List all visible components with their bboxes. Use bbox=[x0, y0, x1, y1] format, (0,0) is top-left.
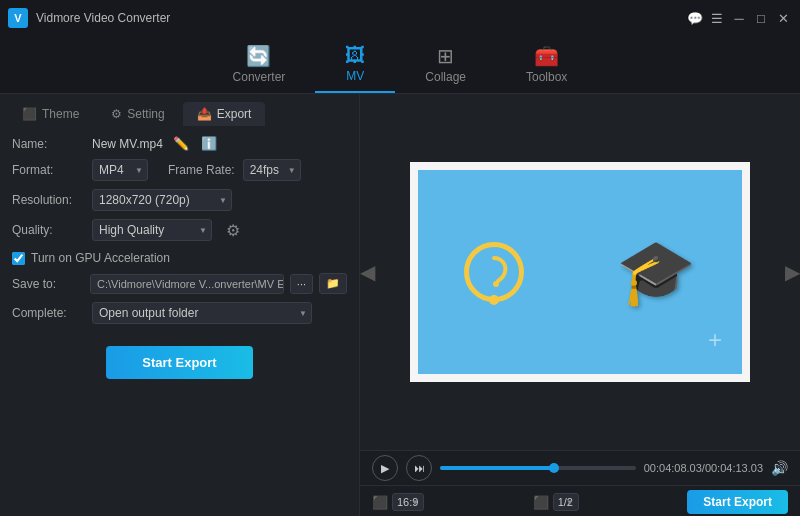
format-label: Format: bbox=[12, 163, 84, 177]
complete-select[interactable]: Open output folder Do nothing Shut down bbox=[92, 302, 312, 324]
tab-mv[interactable]: 🖼 MV bbox=[315, 36, 395, 93]
bottom-sub-controls: ⬛ 16:9 4:3 1:1 ⬛ 1/2 2/2 bbox=[360, 485, 800, 516]
preview-area: ◀ 🎓 + bbox=[360, 94, 800, 450]
frame-rate-select-container: 24fps 30fps 60fps bbox=[243, 159, 301, 181]
save-to-label: Save to: bbox=[12, 277, 84, 291]
right-panel: ◀ 🎓 + bbox=[360, 94, 800, 516]
name-edit-button[interactable]: ✏️ bbox=[171, 136, 191, 151]
resolution-select-container: 1280x720 (720p) 1920x1080 (1080p) 640x48… bbox=[92, 189, 232, 211]
title-bar: V Vidmore Video Converter 💬 ☰ ─ □ ✕ bbox=[0, 0, 800, 36]
sub-tab-theme[interactable]: ⬛ Theme bbox=[8, 102, 93, 126]
plus-sign: + bbox=[708, 326, 722, 354]
format-select[interactable]: MP4 MOV AVI MKV bbox=[92, 159, 148, 181]
frame-rate-select[interactable]: 24fps 30fps 60fps bbox=[243, 159, 301, 181]
quality-select-container: High Quality Standard Quality Low Qualit… bbox=[92, 219, 212, 241]
left-panel: ⬛ Theme ⚙ Setting 📤 Export Name: New MV.… bbox=[0, 94, 360, 516]
close-button[interactable]: ✕ bbox=[774, 9, 792, 27]
maximize-button[interactable]: □ bbox=[752, 9, 770, 27]
tab-converter[interactable]: 🔄 Converter bbox=[203, 36, 316, 93]
format-select-container: MP4 MOV AVI MKV bbox=[92, 159, 148, 181]
export-icon: 📤 bbox=[197, 107, 212, 121]
play-button[interactable]: ▶ bbox=[372, 455, 398, 481]
step-button[interactable]: ⏭ bbox=[406, 455, 432, 481]
resolution-row: Resolution: 1280x720 (720p) 1920x1080 (1… bbox=[12, 189, 347, 211]
name-label: Name: bbox=[12, 137, 84, 151]
next-arrow[interactable]: ▶ bbox=[785, 260, 800, 284]
aspect-ratio-container: 16:9 4:3 1:1 bbox=[392, 493, 424, 511]
nav-tabs: 🔄 Converter 🖼 MV ⊞ Collage 🧰 Toolbox bbox=[0, 36, 800, 94]
name-info-button[interactable]: ℹ️ bbox=[199, 136, 219, 151]
svg-point-0 bbox=[493, 281, 499, 287]
slide-icon: ⬛ bbox=[533, 495, 549, 510]
resolution-select[interactable]: 1280x720 (720p) 1920x1080 (1080p) 640x48… bbox=[92, 189, 232, 211]
quality-select[interactable]: High Quality Standard Quality Low Qualit… bbox=[92, 219, 212, 241]
time-display: 00:04:08.03/00:04:13.03 bbox=[644, 462, 763, 474]
slide-counter-wrap: ⬛ 1/2 2/2 bbox=[533, 493, 579, 511]
complete-select-container: Open output folder Do nothing Shut down bbox=[92, 302, 312, 324]
sub-tab-theme-label: Theme bbox=[42, 107, 79, 121]
tab-toolbox-label: Toolbox bbox=[526, 70, 567, 84]
grad-cap-icon: 🎓 bbox=[616, 235, 696, 310]
mv-icon: 🖼 bbox=[345, 44, 365, 67]
setting-icon: ⚙ bbox=[111, 107, 122, 121]
progress-thumb bbox=[549, 463, 559, 473]
gpu-checkbox[interactable] bbox=[12, 252, 25, 265]
start-export-right-button[interactable]: Start Export bbox=[687, 490, 788, 514]
logo-svg bbox=[476, 254, 512, 290]
format-row: Format: MP4 MOV AVI MKV Frame Rate: 24fp… bbox=[12, 159, 347, 181]
slide-select-container: 1/2 2/2 bbox=[553, 493, 579, 511]
chat-button[interactable]: 💬 bbox=[686, 9, 704, 27]
app-icon: V bbox=[8, 8, 28, 28]
converter-icon: 🔄 bbox=[246, 44, 271, 68]
theme-icon: ⬛ bbox=[22, 107, 37, 121]
sub-tabs: ⬛ Theme ⚙ Setting 📤 Export bbox=[0, 94, 359, 126]
save-to-folder-button[interactable]: 📁 bbox=[319, 273, 347, 294]
tab-converter-label: Converter bbox=[233, 70, 286, 84]
sub-tab-setting-label: Setting bbox=[127, 107, 164, 121]
save-to-browse-button[interactable]: ··· bbox=[290, 274, 313, 294]
progress-fill bbox=[440, 466, 554, 470]
main-content: ⬛ Theme ⚙ Setting 📤 Export Name: New MV.… bbox=[0, 94, 800, 516]
save-to-row: Save to: C:\Vidmore\Vidmore V...onverter… bbox=[12, 273, 347, 294]
complete-label: Complete: bbox=[12, 306, 84, 320]
name-value: New MV.mp4 bbox=[92, 137, 163, 151]
quality-row: Quality: High Quality Standard Quality L… bbox=[12, 219, 347, 241]
gpu-label: Turn on GPU Acceleration bbox=[31, 251, 170, 265]
tab-collage-label: Collage bbox=[425, 70, 466, 84]
title-controls: 💬 ☰ ─ □ ✕ bbox=[686, 9, 792, 27]
save-to-path: C:\Vidmore\Vidmore V...onverter\MV Expor… bbox=[90, 274, 284, 294]
tab-toolbox[interactable]: 🧰 Toolbox bbox=[496, 36, 597, 93]
sub-tab-export[interactable]: 📤 Export bbox=[183, 102, 266, 126]
sub-tab-export-label: Export bbox=[217, 107, 252, 121]
aspect-ratio-icon: ⬛ bbox=[372, 495, 388, 510]
tab-collage[interactable]: ⊞ Collage bbox=[395, 36, 496, 93]
progress-bar[interactable] bbox=[440, 466, 636, 470]
resolution-label: Resolution: bbox=[12, 193, 84, 207]
complete-row: Complete: Open output folder Do nothing … bbox=[12, 302, 347, 324]
collage-icon: ⊞ bbox=[437, 44, 454, 68]
preview-content: 🎓 + bbox=[418, 170, 742, 374]
playback-controls: ▶ ⏭ 00:04:08.03/00:04:13.03 🔊 bbox=[360, 450, 800, 485]
tab-mv-label: MV bbox=[346, 69, 364, 83]
volume-button[interactable]: 🔊 bbox=[771, 460, 788, 476]
settings-form: Name: New MV.mp4 ✏️ ℹ️ Format: MP4 MOV A… bbox=[0, 126, 359, 334]
gpu-row: Turn on GPU Acceleration bbox=[12, 251, 347, 265]
aspect-ratio-wrap: ⬛ 16:9 4:3 1:1 bbox=[372, 493, 424, 511]
minimize-button[interactable]: ─ bbox=[730, 9, 748, 27]
aspect-ratio-select[interactable]: 16:9 4:3 1:1 bbox=[392, 493, 424, 511]
slide-select[interactable]: 1/2 2/2 bbox=[553, 493, 579, 511]
logo-circle bbox=[464, 242, 524, 302]
menu-button[interactable]: ☰ bbox=[708, 9, 726, 27]
prev-arrow[interactable]: ◀ bbox=[360, 260, 375, 284]
title-text: Vidmore Video Converter bbox=[36, 11, 686, 25]
quality-label: Quality: bbox=[12, 223, 84, 237]
toolbox-icon: 🧰 bbox=[534, 44, 559, 68]
name-row: Name: New MV.mp4 ✏️ ℹ️ bbox=[12, 136, 347, 151]
start-export-left-button[interactable]: Start Export bbox=[106, 346, 252, 379]
preview-frame: 🎓 + bbox=[410, 162, 750, 382]
sub-tab-setting[interactable]: ⚙ Setting bbox=[97, 102, 178, 126]
frame-rate-label: Frame Rate: bbox=[168, 163, 235, 177]
quality-settings-button[interactable]: ⚙ bbox=[224, 221, 242, 240]
